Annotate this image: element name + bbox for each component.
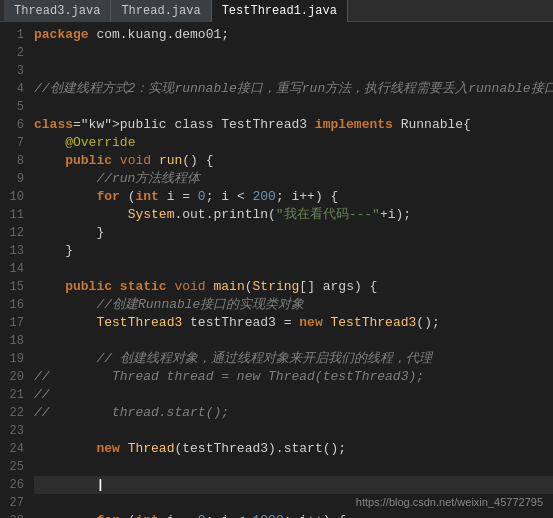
code-line: for (int i = 0; i < 1000; i++) { [34, 512, 553, 518]
line-number: 14 [0, 260, 24, 278]
code-line [34, 260, 553, 278]
line-number: 19 [0, 350, 24, 368]
line-number: 13 [0, 242, 24, 260]
code-line: //创建Runnable接口的实现类对象 [34, 296, 553, 314]
line-number: 20 [0, 368, 24, 386]
code-line: // Thread thread = new Thread(testThread… [34, 368, 553, 386]
code-line [34, 98, 553, 116]
line-number: 24 [0, 440, 24, 458]
code-line [34, 62, 553, 80]
code-line: // thread.start(); [34, 404, 553, 422]
code-line: class="kw">public class TestThread3 impl… [34, 116, 553, 134]
line-number: 8 [0, 152, 24, 170]
code-line: package com.kuang.demo01; [34, 26, 553, 44]
line-number: 2 [0, 44, 24, 62]
code-line: new Thread(testThread3).start(); [34, 440, 553, 458]
code-line [34, 332, 553, 350]
line-number: 5 [0, 98, 24, 116]
tab-thread[interactable]: Thread.java [111, 0, 211, 22]
line-number: 26 [0, 476, 24, 494]
line-number: 6 [0, 116, 24, 134]
line-number: 4 [0, 80, 24, 98]
line-number: 17 [0, 314, 24, 332]
line-number: 16 [0, 296, 24, 314]
line-number: 22 [0, 404, 24, 422]
code-line: // [34, 386, 553, 404]
line-number: 21 [0, 386, 24, 404]
line-number: 27 [0, 494, 24, 512]
editor-area: 1234567891011121314151617181920212223242… [0, 22, 553, 518]
code-line: //run方法线程体 [34, 170, 553, 188]
tab-bar: Thread3.java Thread.java TestThread1.jav… [0, 0, 553, 22]
line-number: 28 [0, 512, 24, 518]
line-number: 18 [0, 332, 24, 350]
line-numbers: 1234567891011121314151617181920212223242… [0, 22, 30, 518]
code-line: public void run() { [34, 152, 553, 170]
line-number: 23 [0, 422, 24, 440]
code-line: } [34, 224, 553, 242]
code-line: TestThread3 testThread3 = new TestThread… [34, 314, 553, 332]
code-line [34, 458, 553, 476]
code-line: System.out.println("我在看代码---"+i); [34, 206, 553, 224]
line-number: 12 [0, 224, 24, 242]
code-line [34, 44, 553, 62]
code-line: @Override [34, 134, 553, 152]
code-line [34, 422, 553, 440]
line-number: 7 [0, 134, 24, 152]
line-number: 11 [0, 206, 24, 224]
line-number: 15 [0, 278, 24, 296]
line-number: 1 [0, 26, 24, 44]
code-line: | [34, 476, 553, 494]
code-line: // 创建线程对象，通过线程对象来开启我们的线程，代理 [34, 350, 553, 368]
line-number: 9 [0, 170, 24, 188]
line-number: 25 [0, 458, 24, 476]
tab-thread3[interactable]: Thread3.java [4, 0, 111, 22]
line-number: 10 [0, 188, 24, 206]
line-number: 3 [0, 62, 24, 80]
tab-testthread1[interactable]: TestThread1.java [212, 0, 348, 22]
watermark: https://blog.csdn.net/weixin_45772795 [356, 496, 543, 508]
code-line: } [34, 242, 553, 260]
code-line: //创建线程方式2：实现runnable接口，重写run方法，执行线程需要丢入r… [34, 80, 553, 98]
code-line: for (int i = 0; i < 200; i++) { [34, 188, 553, 206]
code-line: public static void main(String[] args) { [34, 278, 553, 296]
code-content[interactable]: package com.kuang.demo01; //创建线程方式2：实现ru… [30, 22, 553, 518]
